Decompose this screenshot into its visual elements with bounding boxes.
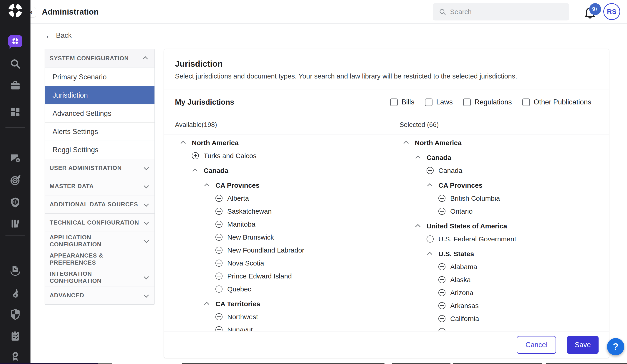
back-link[interactable]: ← Back: [45, 31, 72, 40]
add-icon[interactable]: [215, 208, 222, 215]
collapse-icon[interactable]: [426, 250, 434, 257]
tree-node-arizona[interactable]: Arizona: [387, 286, 609, 299]
sidebar-item-reggi-settings[interactable]: Reggi Settings: [45, 141, 155, 159]
tree-node-california[interactable]: California: [387, 312, 609, 325]
tree-node-turks-and-caicos[interactable]: Turks and Caicos: [164, 149, 387, 162]
add-icon[interactable]: [215, 234, 222, 241]
tree-node-ca-territories[interactable]: CA Territories: [164, 297, 387, 310]
checklist-icon[interactable]: [9, 330, 21, 342]
nav-section-additional-data-sources[interactable]: ADDITIONAL DATA SOURCES: [45, 195, 155, 213]
collapse-icon[interactable]: [180, 139, 187, 146]
remove-icon[interactable]: [438, 195, 445, 202]
tree-node-north-america[interactable]: North America: [387, 136, 609, 149]
brand-logo-icon[interactable]: [7, 3, 23, 18]
save-button[interactable]: Save: [567, 336, 599, 354]
tree-node-ca-provinces[interactable]: CA Provinces: [164, 179, 387, 192]
tree-node-ca-provinces[interactable]: CA Provinces: [387, 179, 609, 192]
tree-node-item[interactable]: [387, 325, 609, 331]
tree-node-manitoba[interactable]: Manitoba: [164, 218, 387, 231]
add-icon[interactable]: [215, 286, 222, 293]
remove-icon[interactable]: [426, 235, 434, 243]
filter-other-publications[interactable]: Other Publications: [522, 98, 591, 106]
tree-node-british-columbia[interactable]: British Columbia: [387, 192, 609, 205]
remove-icon[interactable]: [438, 289, 445, 296]
nav-section-advanced[interactable]: ADVANCED: [45, 286, 155, 304]
tree-node-u-s-federal-government[interactable]: U.S. Federal Government: [387, 232, 609, 246]
add-icon[interactable]: [215, 247, 222, 254]
tree-node-prince-edward-island[interactable]: Prince Edward Island: [164, 270, 387, 283]
collapse-icon[interactable]: [192, 167, 199, 174]
nav-section-user-administration[interactable]: USER ADMINISTRATION: [45, 159, 155, 177]
award-icon[interactable]: [9, 350, 21, 362]
tree-node-northwest[interactable]: Northwest: [164, 310, 387, 323]
nav-section-appearances-preferences[interactable]: APPEARANCES & PREFERENCES: [45, 250, 155, 268]
search-icon[interactable]: [9, 58, 21, 70]
tree-node-alberta[interactable]: Alberta: [164, 192, 387, 205]
nav-section-system-configuration[interactable]: SYSTEM CONFIGURATION: [45, 49, 155, 68]
tree-node-u-s-states[interactable]: U.S. States: [387, 247, 609, 260]
add-icon[interactable]: [192, 152, 199, 159]
tree-node-alaska[interactable]: Alaska: [387, 273, 609, 286]
sidebar-item-advanced-settings[interactable]: Advanced Settings: [45, 104, 155, 122]
library-icon[interactable]: [9, 218, 21, 230]
tree-node-arkansas[interactable]: Arkansas: [387, 299, 609, 312]
briefcase-icon[interactable]: [9, 80, 21, 92]
user-avatar[interactable]: RS: [603, 3, 620, 20]
remove-icon[interactable]: [438, 263, 445, 270]
remove-icon[interactable]: [438, 276, 445, 283]
remove-icon[interactable]: [438, 328, 445, 331]
filter-regulations[interactable]: Regulations: [463, 98, 512, 106]
add-icon[interactable]: [215, 195, 222, 202]
flame-icon[interactable]: [9, 288, 21, 300]
tree-node-nova-scotia[interactable]: Nova Scotia: [164, 257, 387, 270]
tree-node-new-foundland-labrador[interactable]: New Foundland Labrador: [164, 244, 387, 257]
add-icon[interactable]: [215, 221, 222, 228]
tree-node-united-states-of-america[interactable]: United States of America: [387, 219, 609, 232]
tree-node-alabama[interactable]: Alabama: [387, 260, 609, 273]
sidebar-item-primary-scenario[interactable]: Primary Scenario: [45, 68, 155, 86]
notifications-button[interactable]: 9+: [583, 5, 599, 22]
bills-checkbox[interactable]: [390, 99, 398, 106]
add-icon[interactable]: [215, 272, 222, 280]
tree-node-nunavut[interactable]: Nunavut: [164, 323, 387, 331]
collapse-icon[interactable]: [204, 300, 211, 307]
tree-node-canada[interactable]: Canada: [387, 151, 609, 164]
collapse-icon[interactable]: [415, 222, 422, 230]
sidebar-item-alerts-settings[interactable]: Alerts Settings: [45, 122, 155, 141]
collapse-icon[interactable]: [403, 139, 410, 146]
search-box[interactable]: [433, 3, 569, 20]
tree-node-north-america[interactable]: North America: [164, 136, 387, 149]
add-icon[interactable]: [215, 313, 222, 320]
other-publications-checkbox[interactable]: [522, 99, 530, 106]
tree-node-quebec[interactable]: Quebec: [164, 283, 387, 296]
sidebar-item-jurisdiction[interactable]: Jurisdiction: [45, 86, 155, 104]
nav-section-technical-configuration[interactable]: TECHNICAL CONFIGURATION: [45, 213, 155, 232]
tree-node-new-brunswick[interactable]: New Brunswick: [164, 231, 387, 244]
tree-node-canada[interactable]: Canada: [164, 164, 387, 177]
remove-icon[interactable]: [426, 167, 434, 174]
tree-node-canada[interactable]: Canada: [387, 164, 609, 177]
assistant-chat-icon[interactable]: [8, 35, 22, 47]
remove-icon[interactable]: [438, 208, 445, 215]
filter-bills[interactable]: Bills: [390, 98, 415, 106]
collapse-icon[interactable]: [426, 182, 434, 189]
collapse-icon[interactable]: [415, 154, 422, 161]
remove-icon[interactable]: [438, 315, 445, 322]
collapse-icon[interactable]: [204, 182, 211, 189]
documents-icon[interactable]: [9, 264, 21, 276]
remove-icon[interactable]: [438, 302, 445, 309]
nav-section-master-data[interactable]: MASTER DATA: [45, 177, 155, 195]
tree-node-saskatchewan[interactable]: Saskatchewan: [164, 205, 387, 218]
cancel-button[interactable]: Cancel: [517, 336, 556, 354]
alerts-chat-icon[interactable]: [9, 153, 21, 164]
laws-checkbox[interactable]: [425, 99, 432, 106]
nav-section-application-configuration[interactable]: APPLICATION CONFIGURATION: [45, 232, 155, 250]
tree-node-ontario[interactable]: Ontario: [387, 205, 609, 218]
filter-laws[interactable]: Laws: [425, 98, 453, 106]
shield-check-icon[interactable]: [9, 309, 21, 320]
globe-shield-icon[interactable]: [9, 197, 21, 208]
add-icon[interactable]: [215, 260, 222, 267]
add-icon[interactable]: [215, 326, 222, 331]
help-button[interactable]: ?: [607, 338, 624, 355]
search-input[interactable]: [450, 8, 563, 16]
